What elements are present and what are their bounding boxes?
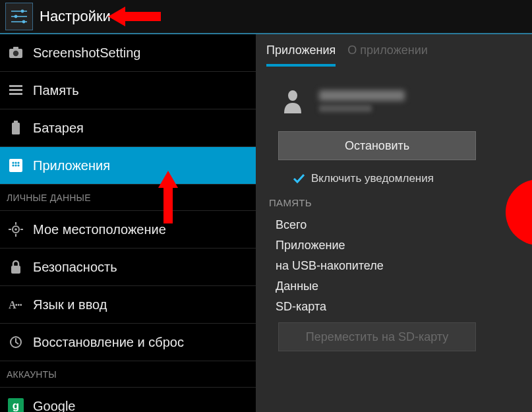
svg-rect-11	[9, 93, 22, 95]
sidebar-item-screenshot[interactable]: ScreenshotSetting	[0, 34, 256, 72]
memory-data-row: Данные	[266, 276, 521, 297]
battery-icon	[7, 121, 25, 135]
language-icon: A•••	[7, 298, 25, 311]
sidebar-item-location[interactable]: Мое местоположение	[0, 211, 256, 249]
app-icon	[278, 86, 307, 115]
svg-point-31	[288, 90, 297, 101]
storage-icon	[7, 84, 25, 96]
svg-rect-12	[14, 121, 18, 123]
svg-text:•••: •••	[15, 301, 22, 309]
svg-point-4	[15, 15, 18, 18]
svg-rect-27	[11, 266, 20, 274]
memory-sdcard-row: SD-карта	[266, 297, 521, 317]
sidebar-item-language[interactable]: A••• Язык и ввод	[0, 286, 256, 324]
svg-point-18	[12, 164, 14, 166]
header-title: Настройки	[40, 8, 111, 25]
sidebar-section-accounts: АККАУНТЫ	[0, 361, 256, 388]
svg-point-22	[15, 228, 17, 231]
stop-button[interactable]: Остановить	[278, 131, 476, 160]
memory-app-row: Приложение	[266, 235, 521, 256]
lock-icon	[7, 260, 25, 274]
app-header: Настройки	[0, 0, 532, 34]
sidebar-item-reset[interactable]: Восстановление и сброс	[0, 324, 256, 361]
sidebar-label: ScreenshotSetting	[33, 45, 140, 61]
sidebar-label: Безопасность	[33, 260, 117, 275]
detail-tabs: Приложения О приложении	[266, 44, 521, 67]
sidebar-label: Google	[33, 399, 76, 413]
sidebar-item-battery[interactable]: Батарея	[0, 109, 256, 147]
sidebar-item-security[interactable]: Безопасность	[0, 249, 256, 286]
apps-icon	[7, 158, 25, 173]
svg-point-19	[15, 164, 16, 166]
sidebar-label: Батарея	[33, 121, 84, 136]
svg-rect-9	[9, 85, 22, 87]
svg-point-20	[17, 164, 19, 166]
svg-rect-7	[13, 47, 18, 49]
location-icon	[7, 222, 25, 237]
settings-sliders-icon	[5, 3, 33, 30]
checkbox-label: Включить уведомления	[311, 172, 434, 185]
sidebar-label: Мое местоположение	[33, 222, 166, 237]
svg-point-16	[15, 162, 16, 163]
svg-point-3	[21, 10, 24, 13]
checkmark-icon	[293, 173, 305, 185]
settings-sidebar: ScreenshotSetting Память Батарея Приложе…	[0, 34, 256, 412]
svg-point-5	[22, 20, 26, 24]
memory-usb-row: на USB-накопителе	[266, 256, 521, 276]
svg-rect-10	[9, 89, 22, 91]
svg-point-17	[17, 162, 19, 163]
google-icon: g	[7, 398, 25, 412]
app-name-blurred	[319, 90, 405, 112]
notifications-checkbox-row[interactable]: Включить уведомления	[293, 172, 521, 185]
app-header-row	[266, 71, 521, 130]
tab-apps[interactable]: Приложения	[266, 44, 336, 67]
sidebar-item-memory[interactable]: Память	[0, 72, 256, 109]
svg-rect-13	[12, 123, 20, 134]
app-detail-panel: Приложения О приложении Остановить Включ…	[256, 34, 532, 412]
sidebar-label: Язык и ввод	[33, 297, 107, 312]
memory-total-row: Всего	[266, 215, 521, 235]
camera-icon	[7, 47, 25, 59]
sidebar-item-apps[interactable]: Приложения	[0, 147, 256, 185]
sidebar-item-google[interactable]: g Google	[0, 388, 256, 412]
move-to-sd-button[interactable]: Переместить на SD-карту	[278, 322, 476, 351]
sidebar-label: Память	[33, 83, 79, 98]
reset-icon	[7, 335, 25, 349]
svg-point-8	[13, 51, 18, 56]
memory-section-header: ПАМЯТЬ	[269, 197, 521, 208]
sidebar-section-personal: ЛИЧНЫЕ ДАННЫЕ	[0, 185, 256, 211]
sidebar-label: Восстановление и сброс	[33, 335, 184, 350]
svg-point-15	[12, 162, 14, 163]
sidebar-label: Приложения	[33, 158, 110, 173]
tab-about[interactable]: О приложении	[347, 44, 427, 67]
